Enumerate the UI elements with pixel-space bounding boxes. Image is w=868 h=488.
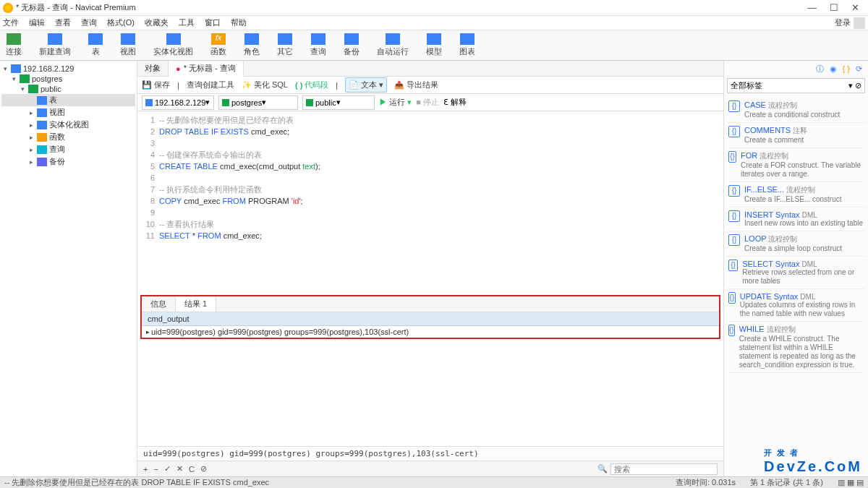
snippet-button[interactable]: ( ) 代码段 [295,80,328,90]
tree-tables[interactable]: 表 [1,94,135,106]
menu-view[interactable]: 查看 [55,17,71,28]
save-button[interactable]: 💾 保存 [142,80,170,90]
connection-tree[interactable]: ▾192.168.2.129 ▾postgres ▾public 表 ▸视图 ▸… [0,61,137,476]
app-icon [3,3,13,13]
menu-query[interactable]: 查询 [81,17,97,28]
snippet-item[interactable]: {}IF...ELSE... 流程控制Create a IF...ELSE...… [727,182,865,207]
menu-help[interactable]: 帮助 [231,17,247,28]
tree-views[interactable]: ▸视图 [1,106,135,119]
search-icon: 🔍 [597,464,608,474]
window-title: * 无标题 - 查询 - Navicat Premium [16,2,807,13]
main-toolbar: 连接 新建查询 表 视图 实体化视图 fx函数 角色 其它 查询 备份 自动运行… [0,30,868,61]
snippet-item[interactable]: {}CASE 流程控制Create a conditional construc… [727,98,865,123]
tb-other[interactable]: 其它 [277,33,293,57]
text-mode-button[interactable]: 📄 文本 ▾ [345,77,387,93]
result-tab-1[interactable]: 结果 1 [176,296,216,312]
tab-objects[interactable]: 对象 [137,61,169,76]
result-col-header[interactable]: cmd_output [142,312,719,326]
eye-icon[interactable]: ◉ [830,64,837,74]
query-time: 查询时间: 0.031s [676,477,736,488]
db-select[interactable]: postgres ▾ [218,95,298,110]
snippet-item[interactable]: {}COMMENTS 注释Create a comment [727,123,865,148]
title-bar: * 无标题 - 查询 - Navicat Premium — ☐ ✕ [0,0,868,16]
beautify-button[interactable]: ✨ 美化 SQL [242,80,288,90]
tb-role[interactable]: 角色 [244,33,260,57]
server-select[interactable]: 192.168.2.129 ▾ [142,95,214,110]
stop-button[interactable]: ■ 停止 [416,97,439,108]
result-panel: 信息 结果 1 cmd_output ▸uid=999(postgres) gi… [140,295,720,339]
sql-editor[interactable]: 1234567891011 -- 先删除你想要使用但是已经存在的表 DROP T… [137,111,723,292]
user-avatar[interactable] [854,17,865,29]
status-bar: -- 先删除你想要使用但是已经存在的表 DROP TABLE IF EXISTS… [0,476,868,488]
braces-icon: {} [728,185,740,197]
menu-fav[interactable]: 收藏夹 [145,17,169,28]
snippet-item[interactable]: {}FOR 流程控制Create a FOR construct. The va… [727,148,865,182]
snippet-item[interactable]: {}WHILE 流程控制Create a WHILE construct. Th… [727,322,865,373]
tb-connect[interactable]: 连接 [6,33,22,57]
braces-icon[interactable]: { } [843,64,850,73]
nav-del[interactable]: − [153,465,158,474]
tb-matview[interactable]: 实体化视图 [153,33,193,57]
braces-icon: {} [728,210,740,222]
tree-server[interactable]: ▾192.168.2.129 [1,64,135,74]
tb-model[interactable]: 模型 [426,33,442,57]
tree-matviews[interactable]: ▸实体化视图 [1,119,135,131]
nav-apply[interactable]: ✓ [164,464,171,474]
tree-functions[interactable]: ▸函数 [1,131,135,143]
record-count: 第 1 条记录 (共 1 条) [750,477,823,488]
export-button[interactable]: 📤 导出结果 [394,80,438,90]
info-icon[interactable]: ⓘ [816,64,824,74]
close-button[interactable]: ✕ [851,2,859,13]
explain-button[interactable]: ℇ 解释 [443,97,467,108]
tb-chart[interactable]: 图表 [459,33,475,57]
login-link[interactable]: 登录 [835,17,851,28]
snippet-item[interactable]: {}INSERT Syntax DMLInsert new rows into … [727,207,865,231]
tb-view[interactable]: 视图 [120,33,136,57]
tb-newquery[interactable]: 新建查询 [39,33,71,57]
menu-bar: 文件 编辑 查看 查询 格式(O) 收藏夹 工具 窗口 帮助 登录 [0,16,868,30]
tb-query[interactable]: 查询 [310,33,326,57]
refresh-icon[interactable]: ⟳ [856,64,862,74]
snippet-item[interactable]: {}LOOP 流程控制Create a simple loop construc… [727,231,865,257]
menu-tools[interactable]: 工具 [179,17,195,28]
menu-window[interactable]: 窗口 [205,17,221,28]
tag-select[interactable]: 全部标签▾ ⊘ [727,78,865,93]
search-input[interactable] [610,463,718,475]
query-builder-button[interactable]: 查询创建工具 [187,80,234,90]
status-text: -- 先删除你想要使用但是已经存在的表 DROP TABLE IF EXISTS… [4,477,269,488]
tab-query[interactable]: ●* 无标题 - 查询 [169,61,244,77]
message-bar: uid=999(postgres) gid=999(postgres) grou… [137,446,723,461]
result-row[interactable]: ▸uid=999(postgres) gid=999(postgres) gro… [142,326,719,338]
snippet-item[interactable]: {}UPDATE Syntax DMLUpdates columns of ex… [727,289,865,322]
braces-icon: {} [728,292,736,304]
line-gutter: 1234567891011 [137,114,159,289]
connection-bar: 192.168.2.129 ▾ postgres ▾ public ▾ ▶ 运行… [137,94,723,111]
braces-icon: {} [728,260,738,271]
editor-tabs: 对象 ●* 无标题 - 查询 [137,61,723,77]
tree-queries[interactable]: ▸查询 [1,143,135,155]
braces-icon: {} [728,151,736,163]
snippet-item[interactable]: {}SELECT Syntax DMLRetrieve rows selecte… [727,257,865,289]
menu-format[interactable]: 格式(O) [107,17,135,28]
tb-autorun[interactable]: 自动运行 [377,33,409,57]
result-tab-info[interactable]: 信息 [142,296,176,312]
nav-cancel[interactable]: ✕ [176,464,183,474]
record-nav: + − ✓ ✕ C ⊘ 🔍 [137,461,723,476]
tree-schema[interactable]: ▾public [1,84,135,94]
nav-filter[interactable]: ⊘ [200,464,207,474]
tree-backups[interactable]: ▸备份 [1,155,135,168]
schema-select[interactable]: public ▾ [302,95,375,110]
braces-icon: {} [728,325,735,336]
minimize-button[interactable]: — [807,2,817,13]
code-area[interactable]: -- 先删除你想要使用但是已经存在的表 DROP TABLE IF EXISTS… [159,114,723,289]
nav-add[interactable]: + [143,465,148,474]
tb-function[interactable]: fx函数 [210,33,226,57]
tree-db[interactable]: ▾postgres [1,74,135,84]
nav-refresh[interactable]: C [189,465,195,474]
tb-backup[interactable]: 备份 [344,33,359,57]
maximize-button[interactable]: ☐ [830,2,838,13]
run-button[interactable]: ▶ 运行 ▾ [379,97,412,108]
menu-edit[interactable]: 编辑 [29,17,45,28]
tb-table[interactable]: 表 [88,33,103,57]
menu-file[interactable]: 文件 [3,17,19,28]
